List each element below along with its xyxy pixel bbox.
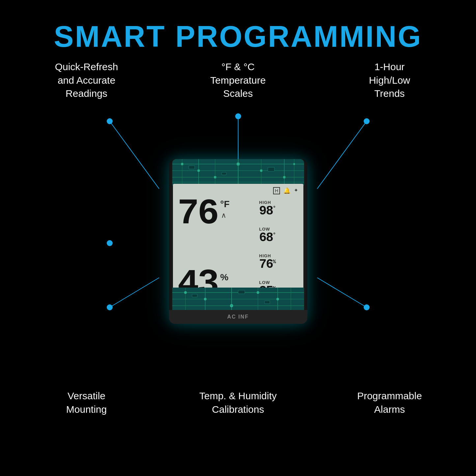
svg-point-46: [204, 298, 207, 300]
title-section: SMART PROGRAMMING: [54, 20, 422, 54]
label-bottom-left: Versatile Mounting: [44, 389, 129, 416]
svg-point-49: [276, 298, 279, 300]
svg-point-48: [257, 291, 259, 294]
thermometer-device: H 🔔 ✦ 76 °F ∧: [169, 159, 307, 324]
svg-rect-51: [238, 290, 245, 294]
svg-point-26: [197, 169, 200, 172]
svg-point-6: [364, 118, 370, 124]
circuit-board-bottom: [172, 288, 304, 311]
content-area: Quick-Refresh and Accurate Readings °F &…: [41, 60, 436, 423]
bluetooth-icon: ✦: [294, 187, 298, 194]
device-wrapper: H 🔔 ✦ 76 °F ∧: [169, 159, 307, 324]
high-temp-value: 98°: [259, 205, 299, 217]
svg-rect-34: [268, 167, 274, 171]
svg-rect-52: [265, 301, 270, 304]
svg-point-31: [293, 163, 295, 165]
svg-rect-32: [189, 166, 195, 169]
label-bottom-right: Programmable Alarms: [347, 389, 433, 416]
lcd-left-readings: 76 °F ∧ 43 % _: [178, 196, 257, 302]
svg-rect-50: [192, 294, 197, 297]
lcd-main-area: 76 °F ∧ 43 % _: [178, 196, 299, 302]
high-humidity-value: 76%: [259, 258, 299, 271]
svg-point-30: [283, 176, 286, 179]
circuit-board-top: [172, 159, 304, 185]
label-top-left: Quick-Refresh and Accurate Readings: [44, 60, 129, 100]
svg-point-1: [107, 240, 113, 246]
svg-rect-33: [222, 172, 226, 175]
brand-text: AC INF: [227, 314, 249, 320]
label-top-center: °F & °C Temperature Scales: [195, 60, 281, 100]
low-temp-value: 68°: [259, 232, 299, 244]
high-humidity-item: HIGH 76%: [259, 253, 299, 271]
svg-line-11: [317, 278, 367, 307]
lcd-right-readings: HIGH 98° LOW 68°: [257, 196, 299, 302]
svg-point-28: [237, 162, 240, 166]
home-icon: H: [273, 187, 280, 194]
svg-point-45: [184, 291, 187, 294]
svg-point-47: [230, 304, 233, 307]
trend-indicator: ∧: [221, 211, 226, 220]
temperature-value: 76: [178, 196, 218, 232]
svg-point-4: [235, 113, 241, 119]
svg-point-25: [181, 163, 183, 165]
svg-point-27: [214, 176, 216, 179]
high-temp-item: HIGH 98°: [259, 200, 299, 217]
svg-line-0: [110, 121, 159, 189]
svg-line-5: [317, 121, 367, 189]
svg-point-2: [107, 118, 113, 124]
svg-point-8: [107, 304, 113, 310]
page-title: SMART PROGRAMMING: [54, 20, 422, 54]
low-temp-item: LOW 68°: [259, 227, 299, 244]
temp-unit: °F: [220, 199, 230, 210]
label-bottom-center: Temp. & Humidity Calibrations: [189, 389, 288, 416]
temperature-display: 76 °F ∧: [178, 196, 257, 232]
svg-line-7: [110, 278, 159, 307]
bell-icon: 🔔: [283, 187, 291, 194]
svg-point-29: [260, 169, 263, 172]
device-bottom-bar: AC INF: [169, 310, 307, 324]
svg-point-12: [364, 304, 370, 310]
page-container: SMART PROGRAMMING: [0, 0, 476, 476]
label-top-right: 1-Hour High/Low Trends: [347, 60, 433, 100]
